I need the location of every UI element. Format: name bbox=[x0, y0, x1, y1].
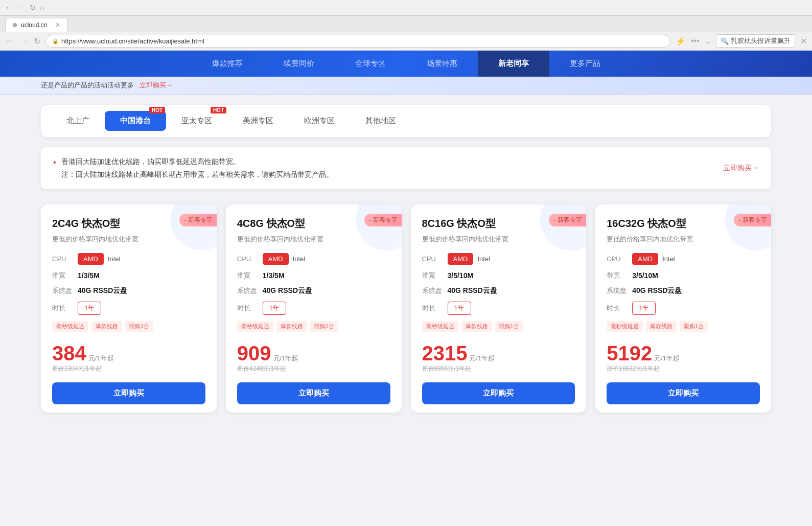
url-bar[interactable]: 🔒 https://www.ucloud.cn/site/active/kuai… bbox=[45, 35, 670, 48]
info-link[interactable]: 立即购买→ bbox=[723, 164, 759, 173]
region-tab-other[interactable]: 其他地区 bbox=[350, 111, 411, 131]
cpu-amd-btn[interactable]: AMD bbox=[263, 253, 289, 265]
bandwidth-row: 带宽 3/5/10M bbox=[422, 271, 575, 280]
ssl-lock-icon: 🔒 bbox=[52, 38, 58, 44]
price-number: 909 bbox=[237, 343, 271, 363]
region-tab-beijing[interactable]: 北上广 bbox=[51, 111, 105, 131]
cpu-intel-label: Intel bbox=[293, 255, 306, 263]
nav-back-icon[interactable]: ← bbox=[5, 36, 14, 47]
region-tab-label-0: 北上广 bbox=[66, 116, 89, 125]
card-subtitle: 更低的价格享回内地优化带宽 bbox=[422, 235, 575, 244]
bandwidth-value: 1/3/5M bbox=[78, 271, 100, 280]
bandwidth-value: 3/5/10M bbox=[448, 271, 474, 280]
cpu-row: CPU AMD Intel bbox=[607, 253, 760, 265]
region-tabs: 北上广 HOT 中国港台 HOT 亚太专区 美洲专区 欧洲专区 其他地区 bbox=[41, 105, 771, 137]
nav-item-4[interactable]: 新老同享 bbox=[478, 51, 549, 77]
tab-title: ucloud.cn bbox=[21, 21, 47, 29]
nav-item-0[interactable]: 爆款推荐 bbox=[192, 51, 263, 77]
duration-label: 时长 bbox=[607, 304, 628, 313]
nav-forward-icon[interactable]: → bbox=[19, 36, 29, 47]
price-main: 909 元/1年起 bbox=[237, 343, 390, 363]
refresh-icon[interactable]: ↻ bbox=[30, 4, 36, 12]
price-area: 5192 元/1年起 原价16632元/1年起 bbox=[607, 339, 760, 380]
tag-1: 爆款线路 bbox=[461, 321, 492, 332]
region-tab-hk[interactable]: HOT 中国港台 bbox=[105, 111, 166, 131]
tag-0: 毫秒级延迟 bbox=[422, 321, 458, 332]
price-unit: 元/1年起 bbox=[654, 354, 680, 363]
region-tab-america[interactable]: 美洲专区 bbox=[227, 111, 289, 131]
product-card-0: 新客专享 2C4G 快杰O型 更低的价格享回内地优化带宽 CPU AMD Int… bbox=[41, 204, 217, 413]
duration-btn[interactable]: 1年 bbox=[263, 302, 286, 315]
buy-button[interactable]: 立即购买 bbox=[237, 382, 390, 404]
product-card-3: 新客专享 16C32G 快杰O型 更低的价格享回内地优化带宽 CPU AMD I… bbox=[595, 204, 771, 413]
bandwidth-row: 带宽 1/3/5M bbox=[237, 271, 390, 280]
region-tab-label-3: 美洲专区 bbox=[243, 116, 273, 125]
disk-value: 40G RSSD云盘 bbox=[263, 286, 312, 295]
info-line2: 注：回大陆加速线路禁止高峰期长期占用带宽，若有相关需求，请购买精品带宽产品。 bbox=[61, 168, 333, 181]
card-new-badge: 新客专享 bbox=[179, 214, 217, 226]
nav-item-3[interactable]: 场景特惠 bbox=[406, 51, 478, 77]
bandwidth-label: 带宽 bbox=[422, 271, 444, 280]
tag-0: 毫秒级延迟 bbox=[52, 321, 88, 332]
search-icon: 🔍 bbox=[721, 37, 729, 45]
original-price: 原价2304元/1年起 bbox=[52, 364, 205, 373]
price-number: 5192 bbox=[607, 343, 652, 363]
browser-tab[interactable]: ucloud.cn ✕ bbox=[5, 18, 68, 32]
banner-link[interactable]: 立即购买→ bbox=[140, 81, 173, 89]
bandwidth-row: 带宽 3/5/10M bbox=[607, 271, 760, 280]
price-main: 384 元/1年起 bbox=[52, 343, 205, 363]
dropdown-icon[interactable]: ⌄ bbox=[705, 37, 711, 45]
lightning-icon[interactable]: ⚡ bbox=[676, 36, 686, 46]
bandwidth-label: 带宽 bbox=[52, 271, 74, 280]
bandwidth-value: 3/5/10M bbox=[632, 271, 658, 280]
tab-close-icon[interactable]: ✕ bbox=[55, 21, 60, 29]
nav-item-5[interactable]: 更多产品 bbox=[549, 51, 621, 77]
info-section: • 香港回大陆加速优化线路，购买即享低延迟高性能带宽。 注：回大陆加速线路禁止高… bbox=[0, 142, 812, 194]
cpu-intel-label: Intel bbox=[108, 255, 121, 263]
card-new-badge: 新客专享 bbox=[364, 214, 402, 226]
cpu-label: CPU bbox=[237, 255, 259, 263]
disk-row: 系统盘 40G RSSD云盘 bbox=[237, 286, 390, 295]
duration-label: 时长 bbox=[422, 304, 444, 313]
duration-row: 时长 1年 bbox=[607, 302, 760, 315]
cpu-amd-btn[interactable]: AMD bbox=[632, 253, 658, 265]
region-tab-europe[interactable]: 欧洲专区 bbox=[289, 111, 350, 131]
duration-btn[interactable]: 1年 bbox=[632, 302, 656, 315]
nav-item-1[interactable]: 续费同价 bbox=[263, 51, 335, 77]
buy-button[interactable]: 立即购买 bbox=[422, 382, 575, 404]
buy-button[interactable]: 立即购买 bbox=[607, 382, 760, 404]
browser-search-bar[interactable]: 🔍 乳胶枕头投诉量飙升 bbox=[716, 34, 795, 48]
nav-refresh-icon[interactable]: ↻ bbox=[34, 36, 40, 46]
disk-label: 系统盘 bbox=[422, 286, 444, 295]
product-card-1: 新客专享 4C8G 快杰O型 更低的价格享回内地优化带宽 CPU AMD Int… bbox=[226, 204, 402, 413]
disk-label: 系统盘 bbox=[237, 286, 259, 295]
back-icon[interactable]: ← bbox=[5, 3, 13, 12]
cpu-amd-btn[interactable]: AMD bbox=[448, 253, 474, 265]
buy-button[interactable]: 立即购买 bbox=[52, 382, 205, 404]
original-price: 原价4248元/1年起 bbox=[237, 364, 390, 373]
region-tab-apac[interactable]: HOT 亚太专区 bbox=[166, 111, 227, 131]
disk-value: 40G RSSD云盘 bbox=[632, 286, 682, 295]
info-dot: • bbox=[53, 155, 56, 181]
tags-row: 毫秒级延迟爆款线路限购1台 bbox=[422, 321, 575, 332]
url-text: https://www.ucloud.cn/site/active/kuaiji… bbox=[61, 37, 664, 45]
cpu-label: CPU bbox=[52, 255, 74, 263]
price-number: 384 bbox=[52, 343, 86, 363]
price-main: 2315 元/1年起 bbox=[422, 343, 575, 363]
bandwidth-label: 带宽 bbox=[237, 271, 259, 280]
card-new-badge: 新客专享 bbox=[734, 214, 771, 226]
duration-btn[interactable]: 1年 bbox=[448, 302, 471, 315]
cpu-intel-label: Intel bbox=[662, 255, 675, 263]
nav-item-2[interactable]: 全球专区 bbox=[335, 51, 406, 77]
more-icon[interactable]: ••• bbox=[691, 36, 700, 45]
region-tab-label-5: 其他地区 bbox=[365, 116, 396, 125]
home-icon[interactable]: ⌂ bbox=[40, 4, 44, 12]
close-x-icon[interactable]: ✕ bbox=[800, 36, 807, 46]
tag-0: 毫秒级延迟 bbox=[237, 321, 273, 332]
price-area: 909 元/1年起 原价4248元/1年起 bbox=[237, 339, 390, 380]
duration-btn[interactable]: 1年 bbox=[78, 302, 101, 315]
disk-row: 系统盘 40G RSSD云盘 bbox=[422, 286, 575, 295]
cpu-amd-btn[interactable]: AMD bbox=[78, 253, 104, 265]
info-box: • 香港回大陆加速优化线路，购买即享低延迟高性能带宽。 注：回大陆加速线路禁止高… bbox=[41, 147, 771, 189]
forward-icon[interactable]: → bbox=[17, 3, 26, 12]
